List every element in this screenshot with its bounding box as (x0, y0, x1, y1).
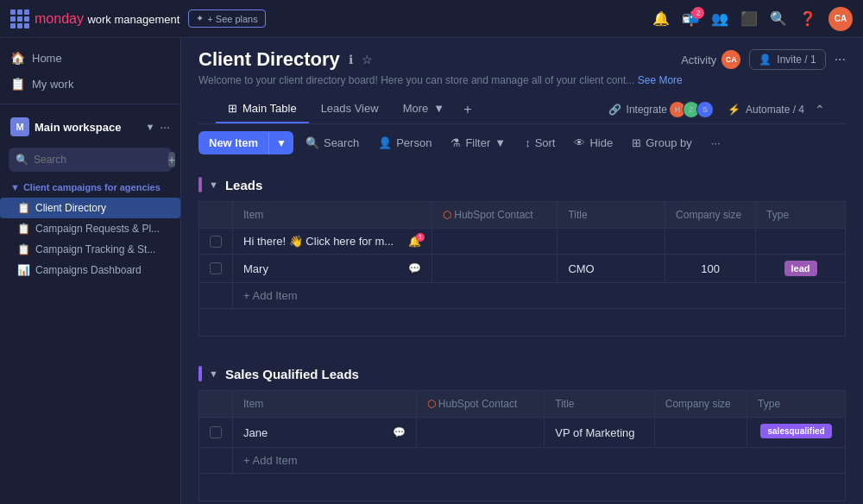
see-plans-button[interactable]: ✦ + See plans (188, 9, 265, 28)
search-nav-icon[interactable]: 🔍 (770, 10, 787, 27)
th-company-leads: Company size (665, 202, 756, 229)
add-item-row-leads[interactable]: + Add Item (199, 283, 846, 309)
hide-icon: 👁 (574, 136, 585, 149)
th-item-leads: Item (233, 202, 432, 229)
activity-button[interactable]: Activity CA (681, 50, 740, 69)
sidebar-item-home-label: Home (32, 52, 62, 65)
board-more-button[interactable]: ··· (835, 52, 846, 67)
row1-item-label[interactable]: Hi there! 👋 Click here for m... (243, 235, 394, 248)
person-label: Person (396, 136, 432, 149)
table-row: Hi there! 👋 Click here for m... 🔔 1 (199, 229, 846, 255)
row3-item-actions: 💬 (393, 426, 406, 438)
sidebar-add-button[interactable]: + (168, 152, 175, 167)
sort-button[interactable]: ↕ Sort (518, 132, 562, 154)
integrate-button[interactable]: 🔗 Integrate H Z S (602, 98, 721, 122)
sidebar-board-client-directory[interactable]: 📋 Client Directory (0, 198, 180, 218)
sidebar-group-label[interactable]: ▼ Client campaigns for agencies (0, 177, 180, 198)
th-company-sales-label: Company size (665, 398, 731, 410)
workspace-section[interactable]: M Main workspace ▼ ··· (0, 111, 180, 142)
sidebar-item-home[interactable]: 🏠 Home (0, 45, 180, 71)
row2-chat-icon[interactable]: 💬 (408, 262, 421, 274)
row1-item-content: Hi there! 👋 Click here for m... 🔔 1 (243, 235, 421, 248)
apps-icon[interactable]: ⬛ (740, 10, 758, 27)
brand-text: monday work management (35, 11, 180, 27)
row3-type-badge: salesqualified (760, 424, 831, 438)
add-item-checkbox-leads (199, 283, 233, 309)
invite-people-icon[interactable]: 👥 (711, 10, 728, 27)
sidebar-board-campaigns-dashboard[interactable]: 📊 Campaigns Dashboard (0, 260, 180, 280)
row1-checkbox[interactable] (210, 236, 222, 248)
sidebar-search-input[interactable] (34, 154, 163, 166)
collapse-button[interactable]: ⌃ (811, 99, 828, 120)
automate-button[interactable]: ⚡ Automate / 4 (721, 100, 811, 119)
sidebar-board-campaign-requests[interactable]: 📋 Campaign Requests & Pl... (0, 218, 180, 239)
row3-checkbox[interactable] (210, 426, 222, 438)
add-item-label-sales[interactable]: + Add Item (233, 448, 846, 474)
tab-leads-view[interactable]: Leads View (309, 95, 391, 123)
group-by-button[interactable]: ⊞ Group by (625, 132, 698, 154)
row1-bell-icon[interactable]: 🔔 1 (408, 236, 421, 248)
row2-item-content: Mary 💬 (243, 262, 421, 275)
sidebar-item-mywork[interactable]: 📋 My work (0, 71, 180, 97)
tab-more[interactable]: More ▼ (391, 95, 457, 123)
filter-icon: ⚗ (450, 136, 461, 149)
search-box-icon: 🔍 (16, 154, 28, 166)
star-icon[interactable]: ☆ (362, 53, 373, 66)
th-title-sales-label: Title (555, 398, 574, 410)
workspace-label: Main workspace (35, 121, 140, 134)
see-plans-label: + See plans (207, 14, 257, 24)
info-icon[interactable]: ℹ (349, 53, 353, 66)
add-item-label-leads[interactable]: + Add Item (233, 283, 846, 309)
brand-subtitle: work management (87, 13, 180, 26)
top-navbar: monday work management ✦ + See plans 🔔 📬… (0, 0, 863, 38)
board-icon-client-dir: 📋 (17, 202, 30, 214)
logo-dots (10, 9, 29, 28)
more-options-button[interactable]: ··· (704, 132, 728, 154)
row3-item-label[interactable]: Jane (243, 426, 268, 439)
filter-button[interactable]: ⚗ Filter ▼ (444, 132, 513, 154)
sidebar-board-campaign-tracking[interactable]: 📋 Campaign Tracking & St... (0, 239, 180, 260)
sort-icon: ↕ (525, 136, 531, 149)
group-sales-qualified: ▼ Sales Qualified Leads Item ⬡ HubSpot (198, 361, 846, 501)
invite-label: Invite / 1 (777, 54, 816, 66)
new-item-button[interactable]: New Item ▼ (198, 131, 293, 154)
workspace-options-icon[interactable]: ··· (160, 120, 170, 134)
row2-item-label[interactable]: Mary (243, 262, 268, 275)
row3-hubspot-cell (416, 418, 545, 448)
row2-item-cell: Mary 💬 (233, 255, 432, 283)
group-sales-header[interactable]: ▼ Sales Qualified Leads (198, 361, 846, 387)
add-item-row-sales[interactable]: + Add Item (199, 448, 846, 474)
group-leads-header[interactable]: ▼ Leads (198, 172, 846, 198)
row1-type-cell (756, 229, 846, 255)
row2-checkbox[interactable] (210, 262, 222, 274)
hide-button[interactable]: 👁 Hide (567, 132, 620, 154)
group-sales-title: Sales Qualified Leads (225, 367, 359, 381)
board-header: Client Directory ℹ ☆ Activity CA 👤 Invit… (181, 38, 863, 124)
help-icon[interactable]: ❓ (799, 10, 816, 27)
sidebar-group-chevron-icon: ▼ (10, 182, 20, 192)
row1-hubspot-cell (432, 229, 557, 255)
user-avatar[interactable]: CA (828, 7, 853, 31)
hide-label: Hide (589, 136, 613, 149)
row2-item-actions: 💬 (408, 262, 421, 274)
th-type-sales: Type (747, 391, 846, 418)
row3-chat-icon[interactable]: 💬 (393, 426, 406, 438)
person-button[interactable]: 👤 Person (371, 132, 438, 154)
invite-button[interactable]: 👤 Invite / 1 (749, 49, 825, 70)
main-layout: 🏠 Home 📋 My work M Main workspace ▼ ··· … (0, 38, 863, 504)
bell-icon[interactable]: 🔔 (652, 10, 670, 27)
add-tab-button[interactable]: + (457, 97, 478, 123)
search-button[interactable]: 🔍 Search (299, 132, 366, 154)
add-item-checkbox-sales (199, 448, 233, 474)
group-leads-title: Leads (225, 178, 262, 192)
row1-company-cell (665, 229, 756, 255)
automate-label: Automate / 4 (746, 104, 804, 116)
see-more-link[interactable]: See More (638, 74, 683, 86)
tab-main-table[interactable]: ⊞ Main Table (216, 95, 309, 123)
tab-main-table-icon: ⊞ (228, 102, 237, 115)
inbox-icon[interactable]: 📬 2 (682, 10, 699, 27)
int-avatar-3: S (696, 101, 714, 118)
new-item-arrow-icon[interactable]: ▼ (268, 132, 293, 154)
hubspot-icon-sales: ⬡ (427, 398, 438, 410)
integrate-avatars: H Z S (672, 101, 714, 118)
